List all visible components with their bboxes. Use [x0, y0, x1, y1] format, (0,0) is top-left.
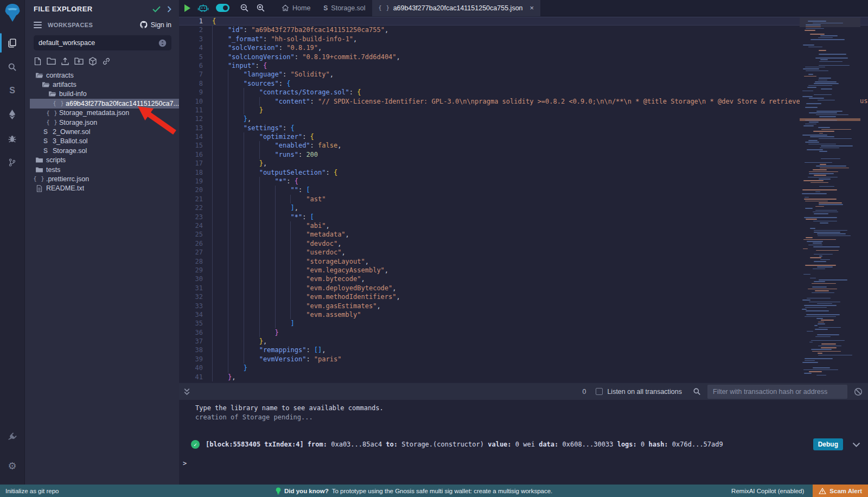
transaction-log-row[interactable]: ✓ [block:5583405 txIndex:4] from: 0xa03.… — [179, 438, 868, 450]
code-line-31[interactable]: 31"evm.deployedBytecode", — [179, 284, 868, 292]
workspaces-menu-icon[interactable] — [34, 22, 42, 28]
code-line-10[interactable]: 10"content": "// SPDX-License-Identifier… — [179, 97, 868, 106]
file-tree-item--prettierrc-json[interactable]: { }.prettierrc.json — [30, 174, 179, 183]
code-line-1[interactable]: 1{ — [179, 17, 868, 26]
workspace-ok-icon[interactable] — [152, 6, 161, 12]
remix-logo-icon[interactable] — [3, 3, 22, 23]
code-line-33[interactable]: 33"evm.gasEstimates", — [179, 302, 868, 310]
file-tree-item-storage-json[interactable]: { }Storage.json — [30, 118, 179, 127]
run-script-button[interactable] — [184, 4, 190, 12]
debug-button[interactable]: Debug — [813, 438, 843, 450]
zoom-out-icon[interactable] — [240, 3, 249, 12]
file-tree-item-tests[interactable]: tests — [30, 165, 179, 174]
transaction-filter-input[interactable] — [707, 385, 847, 399]
sidebar-item-search[interactable] — [0, 55, 25, 79]
sidebar-item-git[interactable] — [0, 150, 25, 174]
listen-all-transactions-checkbox[interactable] — [596, 388, 603, 395]
ipfs-cube-icon[interactable] — [88, 57, 97, 66]
file-tree-item-3-ballot-sol[interactable]: S3_Ballot.sol — [30, 137, 179, 146]
code-line-19[interactable]: 19"*": { — [179, 177, 868, 186]
code-line-27[interactable]: 27"userdoc", — [179, 248, 868, 257]
code-line-41[interactable]: 41}, — [179, 373, 868, 381]
zoom-in-icon[interactable] — [256, 3, 265, 12]
terminal-prompt[interactable]: > — [183, 460, 187, 467]
code-line-34[interactable]: 34"evm.assembly" — [179, 310, 868, 319]
code-line-20[interactable]: 20"": [ — [179, 186, 868, 194]
sidebar-item-deploy-run[interactable] — [0, 103, 25, 126]
code-line-4[interactable]: 4"solcVersion": "0.8.19", — [179, 43, 868, 52]
code-line-6[interactable]: 6"input": { — [179, 61, 868, 70]
file-tree-item-build-info[interactable]: build-info — [30, 90, 179, 99]
clear-console-icon[interactable] — [854, 387, 863, 396]
file-tree-item-readme-txt[interactable]: README.txt — [30, 184, 179, 193]
code-line-37[interactable]: 37}, — [179, 337, 868, 346]
code-line-30[interactable]: 30"evm.bytecode", — [179, 275, 868, 283]
scam-alert-button[interactable]: Scam Alert — [813, 485, 868, 497]
code-line-25[interactable]: 25"metadata", — [179, 230, 868, 239]
sidebar-item-plugin-manager[interactable] — [0, 426, 25, 448]
new-file-icon[interactable] — [34, 57, 42, 66]
code-line-23[interactable]: 23"*": [ — [179, 213, 868, 221]
file-tree-item-storage-sol[interactable]: SStorage.sol — [30, 146, 179, 155]
code-line-5[interactable]: 5"solcLongVersion": "0.8.19+commit.7dd6d… — [179, 53, 868, 61]
upload-file-icon[interactable] — [61, 57, 69, 66]
init-git-repo-button[interactable]: Initialize as git repo — [5, 488, 59, 494]
code-line-36[interactable]: 36} — [179, 328, 868, 337]
line-number: 26 — [179, 239, 203, 248]
sign-in-button[interactable]: Sign in — [139, 21, 171, 29]
terminal-search-icon[interactable] — [693, 387, 701, 396]
copilot-status[interactable]: RemixAI Copilot (enabled) — [731, 488, 804, 494]
panel-chevron-right-icon[interactable] — [167, 6, 171, 12]
upload-folder-icon[interactable] — [74, 57, 84, 66]
tab-home[interactable]: Home — [275, 0, 317, 16]
code-line-15[interactable]: 15"enabled": false, — [179, 141, 868, 150]
code-line-16[interactable]: 16"runs": 200 — [179, 150, 868, 159]
code-line-39[interactable]: 39"evmVersion": "paris" — [179, 355, 868, 364]
code-line-9[interactable]: 9"contracts/Storage.sol": { — [179, 88, 868, 97]
tab-a69b43f277ba20fcac141151250ca755-json[interactable]: { }a69b43f277ba20fcac141151250ca755.json… — [372, 0, 541, 16]
file-tree-item-contracts[interactable]: contracts — [30, 71, 179, 80]
terminal-collapse-icon[interactable] — [183, 388, 190, 396]
code-line-8[interactable]: 8"sources": { — [179, 79, 868, 88]
tx-expand-chevron-icon[interactable] — [852, 442, 860, 447]
file-tree-item-artifacts[interactable]: artifacts — [30, 80, 179, 89]
sidebar-item-file-explorer[interactable] — [0, 31, 25, 55]
code-line-26[interactable]: 26"devdoc", — [179, 239, 868, 248]
code-line-3[interactable]: 3"_format": "hh-sol-build-info-1", — [179, 35, 868, 43]
code-line-28[interactable]: 28"storageLayout", — [179, 257, 868, 266]
minimap[interactable] — [800, 17, 860, 381]
code-line-17[interactable]: 17}, — [179, 159, 868, 168]
code-line-13[interactable]: 13"settings": { — [179, 124, 868, 132]
code-editor[interactable]: 1{2"id": "a69b43f277ba20fcac141151250ca7… — [179, 17, 868, 383]
sidebar-item-settings[interactable]: ⚙ — [0, 455, 25, 477]
sidebar-item-solidity-compiler[interactable]: S — [0, 79, 25, 103]
workspace-select[interactable]: default_workspace — [34, 35, 171, 50]
terminal-output[interactable]: Type the library name to see available c… — [179, 400, 868, 485]
code-line-12[interactable]: 12}, — [179, 114, 868, 123]
sidebar-item-debugger[interactable] — [0, 126, 25, 150]
file-tree-item-storage-metadata-json[interactable]: { }Storage_metadata.json — [30, 109, 179, 118]
code-line-22[interactable]: 22], — [179, 203, 868, 212]
code-line-2[interactable]: 2"id": "a69b43f277ba20fcac141151250ca755… — [179, 26, 868, 34]
code-line-11[interactable]: 11} — [179, 106, 868, 114]
tab-close-icon[interactable]: × — [530, 4, 534, 12]
file-tree-item-2-owner-sol[interactable]: S2_Owner.sol — [30, 127, 179, 136]
code-line-18[interactable]: 18"outputSelection": { — [179, 168, 868, 177]
file-tree-item-a69b43f277ba20fcac141151250ca7-[interactable]: { }a69b43f277ba20fcac141151250ca7... — [30, 99, 179, 108]
code-line-21[interactable]: 21"ast" — [179, 195, 868, 203]
code-line-7[interactable]: 7"language": "Solidity", — [179, 70, 868, 79]
code-line-40[interactable]: 40} — [179, 364, 868, 372]
file-tree-item-scripts[interactable]: scripts — [30, 156, 179, 165]
import-link-icon[interactable] — [102, 57, 111, 66]
code-line-38[interactable]: 38"remappings": [], — [179, 346, 868, 354]
code-line-24[interactable]: 24"abi", — [179, 221, 868, 230]
code-line-29[interactable]: 29"evm.legacyAssembly", — [179, 266, 868, 275]
ai-copilot-robot-icon[interactable] — [197, 3, 209, 13]
code-line-35[interactable]: 35] — [179, 319, 868, 328]
tab-storage-sol[interactable]: SStorage.sol — [317, 0, 372, 16]
code-line-14[interactable]: 14"optimizer": { — [179, 132, 868, 141]
line-number: 15 — [179, 141, 203, 150]
new-folder-icon[interactable] — [47, 57, 56, 66]
code-line-32[interactable]: 32"evm.methodIdentifiers", — [179, 292, 868, 301]
copilot-toggle[interactable] — [216, 4, 229, 12]
